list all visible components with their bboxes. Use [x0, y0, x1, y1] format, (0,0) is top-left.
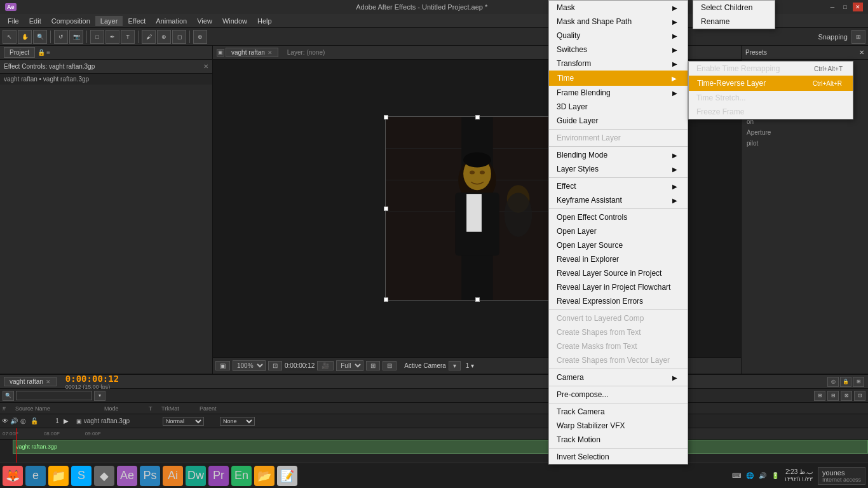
menu-window[interactable]: Window — [217, 16, 252, 26]
tool-puppet[interactable]: ⊛ — [193, 30, 207, 44]
track-solo[interactable]: ◎ — [20, 417, 31, 424]
quality-select[interactable]: Full — [336, 360, 363, 371]
taskbar-ps[interactable]: Ps — [140, 466, 160, 486]
handle-top-mid[interactable] — [475, 115, 480, 119]
time-enable-remapping[interactable]: Enable Time Remapping Ctrl+Alt+T — [689, 62, 853, 76]
ctx-open-layer-source[interactable]: Open Layer Source — [549, 238, 688, 252]
tl-dropdown[interactable]: ▾ — [94, 391, 105, 401]
ctx-track-motion[interactable]: Track Motion — [549, 433, 688, 447]
menu-view[interactable]: View — [192, 16, 217, 26]
ctx-reveal-layer-source[interactable]: Reveal Layer Source in Project — [549, 266, 688, 280]
tool-rotate[interactable]: ↺ — [54, 30, 68, 44]
ctx-camera[interactable]: Camera ▶ — [549, 370, 688, 384]
taskbar-skype[interactable]: S — [71, 466, 92, 486]
taskbar-firefox[interactable]: 🦊 — [3, 466, 23, 486]
tool-zoom[interactable]: 🔍 — [33, 30, 47, 44]
tool-hand[interactable]: ✋ — [18, 30, 32, 44]
cascade-select-children[interactable]: Select Children — [693, 1, 775, 15]
time-reverse-layer[interactable]: Time-Reverse Layer Ctrl+Alt+R — [689, 76, 853, 91]
tool-eraser[interactable]: ◻ — [172, 30, 186, 44]
tool-pen[interactable]: ✒ — [105, 30, 119, 44]
taskbar-folder[interactable]: 📂 — [254, 466, 275, 486]
composition-tab[interactable]: vaght raftan ✕ — [226, 48, 278, 57]
track-lock[interactable]: 🔓 — [31, 417, 41, 424]
ctx-time[interactable]: Time ▶ — [549, 71, 688, 86]
ctx-reveal-in-explorer[interactable]: Reveal in Explorer — [549, 252, 688, 266]
camera-btn[interactable]: 🎥 — [317, 361, 334, 370]
track-trk-select[interactable]: None — [220, 417, 255, 426]
ctx-mask-shape[interactable]: Mask and Shape Path ▶ — [549, 15, 688, 29]
taskbar-enc[interactable]: En — [231, 466, 252, 486]
menu-help[interactable]: Help — [252, 16, 277, 26]
ctx-blending-mode[interactable]: Blending Mode ▶ — [549, 148, 688, 162]
effect-controls-close[interactable]: ✕ — [203, 63, 208, 70]
track-mode-select[interactable]: Normal — [163, 417, 204, 426]
safe-zones-btn[interactable]: ⊞ — [366, 361, 380, 370]
fit-btn[interactable]: ⊡ — [268, 361, 282, 370]
menu-animation[interactable]: Animation — [151, 16, 192, 26]
close-button[interactable]: ✕ — [853, 3, 863, 11]
frame-size-btn[interactable]: ▣ — [215, 361, 230, 370]
tool-rect[interactable]: □ — [90, 30, 104, 44]
freeze-frame[interactable]: Freeze Frame — [689, 105, 853, 119]
tl-solo-btn[interactable]: ◎ — [827, 377, 839, 387]
tool-camera[interactable]: 📷 — [69, 30, 83, 44]
ctx-3d-layer[interactable]: 3D Layer — [549, 100, 688, 114]
handle-mid-left[interactable] — [384, 207, 388, 211]
tl-btn3[interactable]: ⊠ — [841, 391, 852, 401]
track-audio[interactable]: 🔊 — [10, 417, 20, 424]
ctx-invert-selection[interactable]: Invert Selection — [549, 450, 688, 464]
tool-text[interactable]: T — [121, 30, 135, 44]
ctx-reveal-layer-flowchart[interactable]: Reveal Layer in Project Flowchart — [549, 280, 688, 294]
ctx-quality[interactable]: Quality ▶ — [549, 29, 688, 43]
ctx-reveal-expression-errors[interactable]: Reveal Expression Errors — [549, 294, 688, 308]
tool-paint[interactable]: 🖌 — [142, 30, 156, 44]
zoom-select[interactable]: 100% — [233, 360, 266, 371]
ctx-open-effect-controls[interactable]: Open Effect Controls — [549, 210, 688, 224]
menu-effect[interactable]: Effect — [123, 16, 151, 26]
maximize-button[interactable]: □ — [840, 3, 850, 11]
timeline-search-input[interactable] — [16, 391, 92, 400]
tl-lock-btn[interactable]: 🔒 — [840, 377, 851, 387]
taskbar-pr[interactable]: Pr — [208, 466, 229, 486]
cascade-rename[interactable]: Rename — [693, 15, 775, 29]
time-stretch[interactable]: Time Stretch... — [689, 91, 853, 105]
ctx-frame-blending[interactable]: Frame Blending ▶ — [549, 86, 688, 100]
tl-btn4[interactable]: ⊡ — [854, 391, 865, 401]
tl-btn2[interactable]: ⊟ — [827, 391, 839, 401]
ctx-transform[interactable]: Transform ▶ — [549, 57, 688, 71]
track-visibility[interactable]: 👁 — [0, 417, 10, 424]
ctx-mask[interactable]: Mask ▶ — [549, 1, 688, 15]
minimize-button[interactable]: ─ — [827, 3, 837, 11]
tl-btn1[interactable]: ⊞ — [814, 391, 825, 401]
view-select-btn[interactable]: ▾ — [449, 361, 461, 370]
taskbar-dw[interactable]: Dw — [186, 466, 206, 486]
taskbar-explorer[interactable]: 📁 — [48, 466, 69, 486]
taskbar-ie[interactable]: e — [25, 466, 46, 486]
menu-edit[interactable]: Edit — [24, 16, 46, 26]
ctx-track-camera[interactable]: Track Camera — [549, 405, 688, 419]
presets-close[interactable]: ✕ — [859, 49, 864, 56]
taskbar-unk[interactable]: ◆ — [94, 466, 114, 486]
menu-composition[interactable]: Composition — [46, 16, 95, 26]
ctx-open-layer[interactable]: Open Layer — [549, 224, 688, 238]
snapping-toggle[interactable]: ⊞ — [851, 30, 865, 44]
menu-file[interactable]: File — [3, 16, 24, 26]
project-tab[interactable]: Project — [4, 47, 35, 58]
ctx-keyframe-assistant[interactable]: Keyframe Assistant ▶ — [549, 193, 688, 207]
taskbar-notepad[interactable]: 📝 — [277, 466, 297, 486]
handle-bottom-mid[interactable] — [475, 297, 480, 302]
ctx-guide-layer[interactable]: Guide Layer — [549, 114, 688, 128]
timeline-tab-close[interactable]: ✕ — [46, 379, 51, 385]
tool-select[interactable]: ↖ — [3, 30, 17, 44]
panel-options[interactable]: ≡ — [46, 49, 50, 56]
ctx-layer-styles[interactable]: Layer Styles ▶ — [549, 162, 688, 176]
ctx-effect[interactable]: Effect ▶ — [549, 179, 688, 193]
tool-clone[interactable]: ⊕ — [157, 30, 171, 44]
ctx-pre-compose[interactable]: Pre-compose... — [549, 388, 688, 402]
tl-expand-btn[interactable]: ⊞ — [853, 377, 864, 387]
taskbar-ae[interactable]: Ae — [117, 466, 137, 486]
comp-tab-close[interactable]: ✕ — [268, 50, 273, 56]
taskbar-ai[interactable]: Ai — [163, 466, 183, 486]
ctx-switches[interactable]: Switches ▶ — [549, 43, 688, 57]
